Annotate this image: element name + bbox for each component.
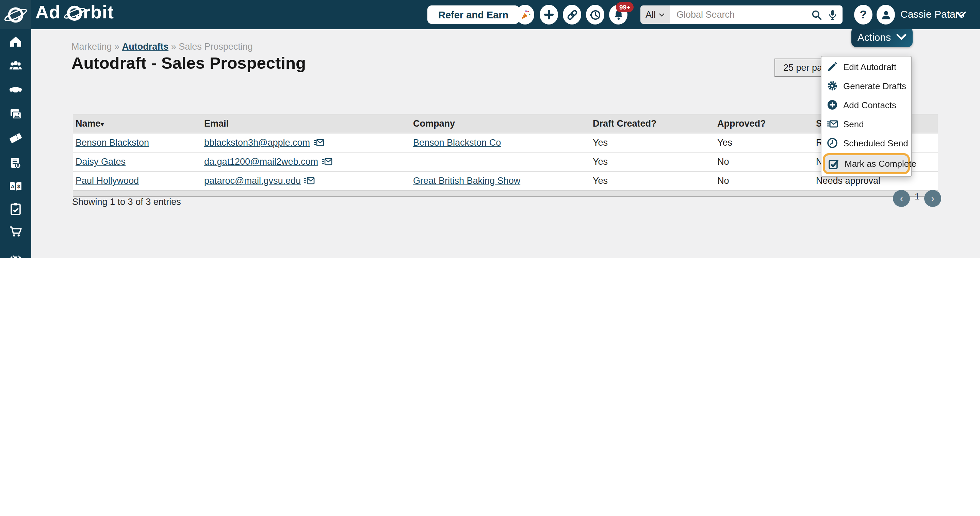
left-sidebar: $ A $: [0, 29, 31, 258]
media-images-icon[interactable]: [9, 108, 22, 121]
send-mail-icon[interactable]: [313, 139, 324, 147]
contacts-table: Name▾ Email Company Draft Created? Appro…: [73, 114, 938, 197]
rate-card-book-icon[interactable]: A $: [9, 180, 22, 193]
company-link[interactable]: Benson Blackston Co: [413, 137, 501, 148]
events-calendar-star-icon[interactable]: [9, 254, 22, 258]
brand-orbit-o-icon: [65, 3, 84, 22]
send-mail-icon: [827, 118, 838, 129]
notification-count-badge: 99+: [616, 2, 633, 12]
actions-dropdown-menu: Edit Autodraft Generate Drafts Add Conta…: [821, 56, 912, 177]
page-title: Autodraft - Sales Prospecting: [72, 54, 306, 73]
menu-item-edit-autodraft[interactable]: Edit Autodraft: [821, 57, 911, 76]
chevron-down-icon: [659, 13, 665, 17]
company-link[interactable]: Great British Baking Show: [413, 176, 520, 186]
table-header-row: Name▾ Email Company Draft Created? Appro…: [73, 114, 938, 133]
menu-item-label: Add Contacts: [843, 100, 896, 110]
column-header-name[interactable]: Name▾: [73, 114, 202, 133]
clock-icon: [827, 137, 838, 148]
orders-cart-icon[interactable]: [9, 225, 22, 238]
contact-name-link[interactable]: Daisy Gates: [76, 156, 126, 167]
refer-and-earn-button[interactable]: Refer and Earn: [427, 5, 519, 24]
entries-summary: Showing 1 to 3 of 3 entries: [72, 197, 181, 207]
partners-handshake-icon[interactable]: [9, 83, 22, 97]
menu-item-label: Mark as Complete: [845, 159, 916, 169]
send-mail-icon[interactable]: [321, 158, 332, 166]
page: Ad rbit Refer and Earn: [0, 0, 980, 258]
user-name[interactable]: Cassie Pataro: [900, 8, 964, 20]
invoices-icon[interactable]: $: [9, 156, 22, 170]
column-header-approved[interactable]: Approved?: [714, 114, 813, 133]
company-empty: [410, 152, 590, 171]
table-footer-strip: [73, 191, 938, 197]
menu-item-generate-drafts[interactable]: Generate Drafts: [821, 76, 911, 95]
history-icon[interactable]: [586, 5, 605, 24]
svg-text:$: $: [18, 183, 21, 189]
home-icon[interactable]: [9, 35, 22, 48]
svg-text:A: A: [11, 183, 14, 189]
menu-item-label: Scheduled Send: [843, 138, 908, 148]
search-icon[interactable]: [811, 10, 822, 21]
check-square-icon: [828, 158, 839, 169]
pagination-next-button[interactable]: ›: [924, 190, 941, 207]
contact-name-link[interactable]: Paul Hollywood: [76, 176, 139, 186]
tasks-clipboard-icon[interactable]: [9, 202, 22, 216]
breadcrumb-separator: »: [115, 41, 119, 52]
svg-text:$: $: [17, 163, 20, 168]
breadcrumb-autodrafts-link[interactable]: Autodrafts: [122, 41, 169, 52]
menu-item-mark-as-complete[interactable]: Mark as Complete: [823, 153, 910, 174]
table-row: Benson Blackston bblackston3h@apple.com …: [73, 133, 938, 152]
breadcrumb: Marketing » Autodrafts » Sales Prospecti…: [72, 41, 253, 52]
plus-circle-icon: [827, 99, 838, 110]
search-scope-select[interactable]: All: [640, 5, 670, 24]
contacts-users-icon[interactable]: [9, 59, 22, 72]
party-popper-icon[interactable]: [516, 5, 534, 24]
global-search: All Global Search: [640, 5, 843, 24]
menu-item-label: Edit Autodraft: [843, 62, 896, 72]
menu-item-add-contacts[interactable]: Add Contacts: [821, 95, 911, 115]
pagination-current-page[interactable]: 1: [915, 191, 920, 202]
table-row: Paul Hollywood pataroc@mail.gvsu.edu Gre…: [73, 171, 938, 190]
app-logo[interactable]: [0, 0, 31, 29]
search-placeholder: Global Search: [670, 10, 735, 20]
link-icon[interactable]: [563, 5, 581, 24]
chevron-down-icon: [896, 34, 907, 40]
menu-item-scheduled-send[interactable]: Scheduled Send: [821, 134, 911, 153]
send-mail-icon[interactable]: [304, 177, 314, 185]
actions-button-label: Actions: [858, 31, 891, 43]
contact-email-link[interactable]: pataroc@mail.gvsu.edu: [204, 176, 301, 186]
breadcrumb-marketing: Marketing: [72, 41, 112, 52]
draft-created-value: Yes: [590, 133, 714, 152]
user-avatar[interactable]: [877, 5, 895, 24]
tickets-icon[interactable]: [9, 131, 22, 145]
brand-text-rbit: rbit: [83, 2, 114, 23]
top-navbar: Ad rbit Refer and Earn: [0, 0, 980, 29]
help-icon[interactable]: ?: [854, 5, 872, 24]
sort-desc-icon: ▾: [101, 121, 104, 128]
user-menu-chevron-icon[interactable]: [956, 11, 966, 18]
contact-name-link[interactable]: Benson Blackston: [76, 137, 149, 148]
pencil-icon: [827, 61, 838, 72]
column-header-draft-created[interactable]: Draft Created?: [590, 114, 714, 133]
contact-email-link[interactable]: bblackston3h@apple.com: [204, 137, 310, 148]
quick-add-icon[interactable]: [540, 5, 558, 24]
brand-wordmark[interactable]: Ad rbit: [35, 2, 114, 23]
brand-text-ad: Ad: [35, 2, 60, 23]
approved-value: No: [714, 171, 813, 190]
orbit-logo-icon: [5, 5, 26, 25]
contact-email-link[interactable]: da.gat1200@mail2web.com: [204, 156, 318, 167]
menu-item-label: Generate Drafts: [843, 81, 906, 91]
search-scope-value: All: [646, 10, 656, 20]
breadcrumb-current: Sales Prospecting: [179, 41, 253, 52]
draft-created-value: Yes: [590, 152, 714, 171]
actions-button[interactable]: Actions: [851, 27, 913, 47]
microphone-icon[interactable]: [828, 10, 837, 21]
approved-value: Yes: [714, 133, 813, 152]
column-header-email[interactable]: Email: [202, 114, 410, 133]
search-input[interactable]: Global Search: [670, 5, 843, 24]
menu-item-send[interactable]: Send: [821, 115, 911, 134]
column-header-company[interactable]: Company: [410, 114, 590, 133]
menu-item-label: Send: [843, 119, 864, 129]
pagination-previous-button[interactable]: ‹: [893, 190, 910, 207]
draft-created-value: Yes: [590, 171, 714, 190]
table-row: Daisy Gates da.gat1200@mail2web.com Yes …: [73, 152, 938, 171]
